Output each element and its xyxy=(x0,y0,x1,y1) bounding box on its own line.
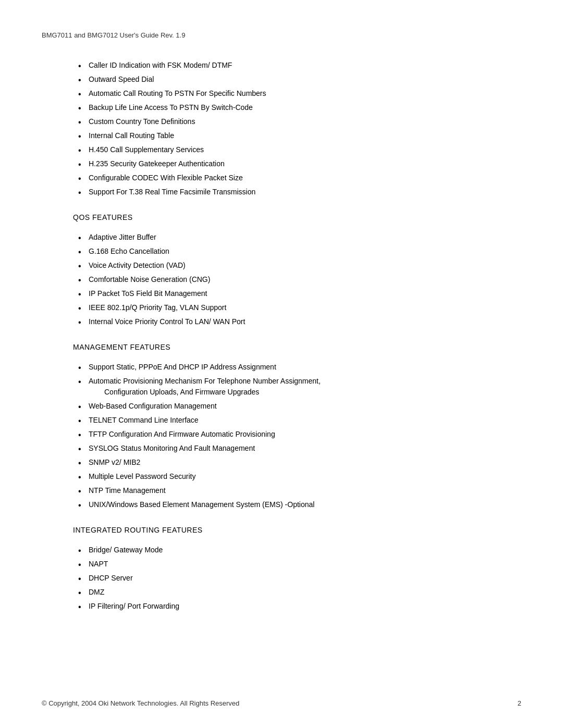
list-item: UNIX/Windows Based Element Management Sy… xyxy=(73,499,490,510)
page-number: 2 xyxy=(518,699,521,707)
list-item: Web-Based Configuration Management xyxy=(73,401,490,412)
list-item: TFTP Configuration And Firmware Automati… xyxy=(73,429,490,440)
qos-section: QoS FEATURES Adaptive Jitter Buffer G.16… xyxy=(73,213,490,327)
list-item: SYSLOG Status Monitoring And Fault Manag… xyxy=(73,443,490,454)
page: BMG7011 and BMG7012 User's Guide Rev. 1.… xyxy=(0,0,563,728)
page-footer: © Copyright, 2004 Oki Network Technologi… xyxy=(42,699,521,707)
content-area: Caller ID Indication with FSK Modem/ DTM… xyxy=(73,60,490,612)
list-item: Comfortable Noise Generation (CNG) xyxy=(73,274,490,285)
list-item: NTP Time Management xyxy=(73,485,490,496)
list-item: Custom Country Tone Definitions xyxy=(73,116,490,127)
qos-feature-list: Adaptive Jitter Buffer G.168 Echo Cancel… xyxy=(73,232,490,327)
list-item: IP Filtering/ Port Forwarding xyxy=(73,601,490,612)
list-item: NAPT xyxy=(73,559,490,570)
list-item: H.235 Security Gatekeeper Authentication xyxy=(73,158,490,169)
list-item: DHCP Server xyxy=(73,573,490,584)
list-item: SNMP v2/ MIB2 xyxy=(73,457,490,468)
list-item: Caller ID Indication with FSK Modem/ DTM… xyxy=(73,60,490,71)
routing-heading: INTEGRATED ROUTING FEATURES xyxy=(73,526,490,534)
list-item: Internal Voice Priority Control To LAN/ … xyxy=(73,316,490,327)
management-section: MANAGEMENT FEATURES Support Static, PPPo… xyxy=(73,343,490,510)
list-item: TELNET Command Line Interface xyxy=(73,415,490,426)
copyright-text: © Copyright, 2004 Oki Network Technologi… xyxy=(42,699,239,707)
list-item: IEEE 802.1p/Q Priority Tag, VLAN Support xyxy=(73,302,490,313)
list-item: Configurable CODEC With Flexible Packet … xyxy=(73,172,490,183)
list-item: Adaptive Jitter Buffer xyxy=(73,232,490,243)
list-item: H.450 Call Supplementary Services xyxy=(73,144,490,155)
list-item: Support For T.38 Real Time Facsimile Tra… xyxy=(73,187,490,198)
list-item: Multiple Level Password Security xyxy=(73,471,490,482)
sub-item: Configuration Uploads, And Firmware Upgr… xyxy=(104,387,490,398)
list-item: Voice Activity Detection (VAD) xyxy=(73,260,490,271)
page-header: BMG7011 and BMG7012 User's Guide Rev. 1.… xyxy=(42,31,521,39)
list-item: Internal Call Routing Table xyxy=(73,130,490,141)
header-text: BMG7011 and BMG7012 User's Guide Rev. 1.… xyxy=(42,31,185,39)
voip-feature-list: Caller ID Indication with FSK Modem/ DTM… xyxy=(73,60,490,198)
list-item: Automatic Call Routing To PSTN For Speci… xyxy=(73,88,490,99)
list-item: DMZ xyxy=(73,587,490,598)
list-item: Backup Life Line Access To PSTN By Switc… xyxy=(73,102,490,113)
list-item: IP Packet ToS Field Bit Management xyxy=(73,288,490,299)
list-item: G.168 Echo Cancellation xyxy=(73,246,490,257)
management-heading: MANAGEMENT FEATURES xyxy=(73,343,490,351)
routing-feature-list: Bridge/ Gateway Mode NAPT DHCP Server DM… xyxy=(73,545,490,612)
list-item: Bridge/ Gateway Mode xyxy=(73,545,490,556)
management-feature-list: Support Static, PPPoE And DHCP IP Addres… xyxy=(73,362,490,510)
qos-heading: QoS FEATURES xyxy=(73,213,490,221)
routing-section: INTEGRATED ROUTING FEATURES Bridge/ Gate… xyxy=(73,526,490,612)
list-item: Support Static, PPPoE And DHCP IP Addres… xyxy=(73,362,490,373)
list-item: Automatic Provisioning Mechanism For Tel… xyxy=(73,376,490,398)
list-item: Outward Speed Dial xyxy=(73,74,490,85)
